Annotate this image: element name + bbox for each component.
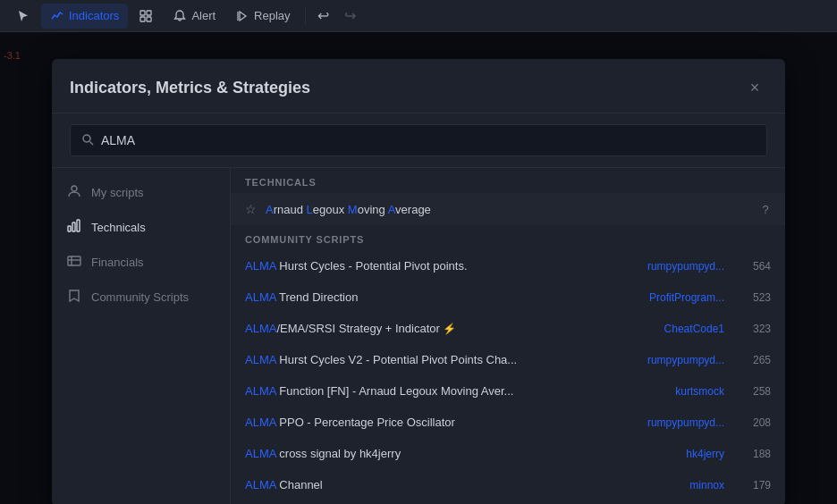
sidebar-item-financials[interactable]: Financials	[52, 245, 230, 280]
indicators-icon	[50, 9, 64, 23]
table-row[interactable]: ☆ Arnaud Legoux Moving Average ?	[231, 193, 785, 225]
redo-btn[interactable]: ↪	[338, 4, 363, 29]
svg-rect-12	[68, 256, 80, 265]
result-author: kurtsmock	[635, 385, 724, 398]
result-count: 179	[742, 479, 771, 491]
sidebar: My scripts Technicals	[52, 168, 231, 504]
modal-body: My scripts Technicals	[52, 168, 785, 504]
alert-label: Alert	[191, 9, 216, 22]
sidebar-financials-label: Financials	[91, 256, 144, 269]
result-count: 188	[742, 448, 771, 460]
layout-btn[interactable]	[130, 4, 162, 29]
undo-icon: ↩	[317, 7, 329, 24]
modal: Indicators, Metrics & Strategies ×	[52, 59, 785, 504]
modal-header: Indicators, Metrics & Strategies ×	[52, 59, 785, 113]
technicals-section-header: TECHNICALS	[231, 168, 785, 193]
result-name: ALMA Hurst Cycles - Potential Pivot poin…	[245, 259, 635, 273]
svg-rect-3	[147, 17, 151, 21]
replay-btn[interactable]: Replay	[226, 4, 299, 29]
redo-icon: ↪	[344, 7, 356, 24]
sidebar-community-label: Community Scripts	[91, 290, 189, 304]
table-row[interactable]: ALMA & TEMA Cross racer8 176	[231, 500, 785, 504]
svg-point-8	[72, 186, 77, 191]
l-highlight: L	[307, 203, 313, 216]
table-row[interactable]: ALMA PPO - Percentage Price Oscillator r…	[231, 407, 785, 438]
search-bar	[52, 113, 785, 168]
svg-rect-1	[147, 11, 151, 15]
table-row[interactable]: ALMA Channel minnox 179	[231, 469, 785, 500]
indicators-label: Indicators	[69, 9, 119, 22]
community-section-header: COMMUNITY SCRIPTS	[231, 225, 785, 250]
svg-line-7	[90, 141, 94, 145]
close-icon: ×	[750, 79, 760, 97]
result-name: ALMA PPO - Percentage Price Oscillator	[245, 416, 635, 429]
strategy-icon: ⚡	[443, 323, 456, 335]
svg-rect-2	[140, 17, 145, 21]
result-count: 208	[742, 416, 771, 429]
result-name: ALMA cross signal by hk4jerry	[245, 447, 635, 460]
star-icon[interactable]: ☆	[245, 202, 257, 216]
result-author: rumpypumpyd...	[635, 260, 724, 273]
result-count: 265	[742, 354, 771, 366]
alert-btn[interactable]: Alert	[164, 4, 224, 29]
svg-point-6	[83, 135, 90, 142]
result-count: 258	[742, 385, 771, 398]
community-icon	[66, 289, 82, 306]
svg-rect-0	[140, 11, 145, 15]
search-input[interactable]	[101, 133, 756, 147]
sidebar-technicals-label: Technicals	[91, 221, 146, 234]
toolbar: Indicators Alert Replay	[0, 0, 837, 32]
result-author: ProfitProgram...	[635, 291, 724, 304]
help-icon[interactable]: ?	[757, 200, 774, 218]
m-highlight: M	[348, 203, 358, 216]
result-name: Arnaud Legoux Moving Average	[266, 203, 771, 216]
modal-title: Indicators, Metrics & Strategies	[70, 79, 310, 97]
svg-rect-10	[72, 223, 75, 231]
alert-icon	[173, 9, 187, 23]
user-icon	[66, 184, 82, 201]
financials-icon	[66, 254, 82, 271]
modal-close-btn[interactable]: ×	[742, 75, 767, 100]
search-input-wrap	[70, 124, 767, 156]
layout-icon	[139, 9, 153, 23]
result-count: 323	[742, 323, 771, 335]
sidebar-item-my-scripts[interactable]: My scripts	[52, 175, 230, 210]
cursor-tool-btn[interactable]	[7, 4, 39, 29]
svg-rect-11	[77, 220, 80, 231]
result-author: CheatCode1	[635, 323, 724, 335]
result-author: hk4jerry	[635, 448, 724, 460]
technicals-icon	[66, 219, 82, 236]
result-name: ALMA Function [FN] - Arnaud Legoux Movin…	[245, 384, 635, 398]
result-count: 564	[742, 260, 771, 273]
sidebar-item-community-scripts[interactable]: Community Scripts	[52, 280, 230, 315]
cursor-icon	[16, 9, 30, 23]
alma-text: A	[266, 203, 274, 216]
svg-rect-9	[68, 226, 71, 231]
table-row[interactable]: ALMA Function [FN] - Arnaud Legoux Movin…	[231, 375, 785, 407]
a-highlight: A	[388, 203, 395, 216]
result-name: ALMA Channel	[245, 478, 635, 491]
replay-label: Replay	[254, 9, 290, 22]
svg-marker-4	[240, 12, 246, 21]
table-row[interactable]: ALMA Hurst Cycles V2 - Potential Pivot P…	[231, 344, 785, 375]
result-name: ALMA Trend Direction	[245, 290, 635, 304]
table-row[interactable]: ALMA/EMA/SRSI Strategy + Indicator ⚡ Che…	[231, 313, 785, 344]
replay-icon	[235, 9, 249, 23]
table-row[interactable]: ALMA Trend Direction ProfitProgram... 52…	[231, 281, 785, 313]
results-pane[interactable]: TECHNICALS ☆ Arnaud Legoux Moving Averag…	[231, 168, 785, 504]
result-name: ALMA Hurst Cycles V2 - Potential Pivot P…	[245, 353, 635, 366]
result-author: minnox	[635, 479, 724, 491]
result-author: rumpypumpyd...	[635, 416, 724, 429]
indicators-btn[interactable]: Indicators	[41, 4, 128, 29]
result-name: ALMA/EMA/SRSI Strategy + Indicator ⚡	[245, 322, 635, 335]
modal-overlay: Indicators, Metrics & Strategies ×	[0, 32, 837, 504]
sidebar-item-technicals[interactable]: Technicals	[52, 210, 230, 245]
sidebar-my-scripts-label: My scripts	[91, 186, 144, 199]
toolbar-divider	[305, 7, 306, 25]
undo-btn[interactable]: ↩	[311, 4, 336, 29]
table-row[interactable]: ALMA Hurst Cycles - Potential Pivot poin…	[231, 250, 785, 281]
result-author: rumpypumpyd...	[635, 354, 724, 366]
search-icon	[81, 133, 94, 148]
result-count: 523	[742, 291, 771, 304]
table-row[interactable]: ALMA cross signal by hk4jerry hk4jerry 1…	[231, 438, 785, 469]
